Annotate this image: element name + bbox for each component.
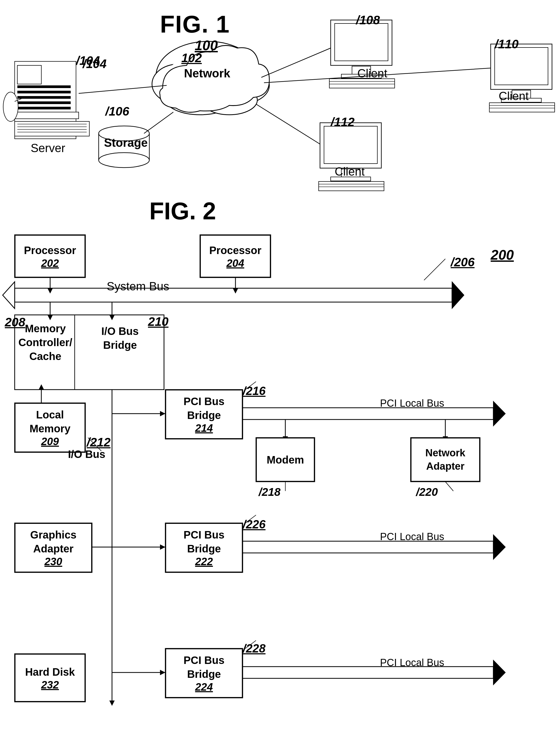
network-adapter-label: NetworkAdapter [425, 447, 465, 473]
svg-rect-6 [17, 107, 71, 109]
processor202-ref: 202 [41, 257, 59, 269]
client112-ref: /112 [331, 115, 355, 129]
svg-rect-7 [15, 112, 79, 119]
system-bus-ref: /206 [451, 255, 475, 269]
server-label: Server [31, 142, 65, 155]
pci-bus216-ref: /216 [243, 384, 265, 398]
svg-marker-75 [109, 701, 115, 706]
svg-point-19 [165, 83, 235, 115]
network-adapter-box: NetworkAdapter [411, 438, 480, 482]
client110-label: Client [499, 89, 529, 103]
modem-label: Modem [267, 453, 304, 467]
network-label: Network [184, 67, 230, 80]
svg-marker-94 [493, 535, 505, 559]
server-ref: /104 [76, 54, 100, 68]
svg-marker-67 [47, 315, 53, 320]
pci-bridge224-label: PCI Bus Bridge [166, 653, 242, 681]
svg-rect-1 [17, 65, 41, 84]
svg-marker-80 [493, 401, 505, 426]
svg-rect-37 [495, 48, 548, 85]
io-bus-ref: /212 [87, 435, 111, 449]
svg-rect-0 [15, 61, 76, 139]
svg-point-26 [99, 153, 149, 168]
svg-rect-2 [17, 85, 71, 88]
client110-ref: /110 [495, 37, 519, 51]
storage-label: Storage [104, 136, 148, 150]
hard-disk-ref: 232 [41, 679, 59, 691]
processor202-box: Processor 202 [15, 235, 85, 278]
pci-bus226-label: PCI Local Bus [380, 531, 444, 543]
memory-controller-ref: 208 [5, 315, 25, 329]
svg-marker-59 [452, 282, 464, 308]
svg-rect-8 [15, 121, 89, 136]
local-memory-ref: 209 [41, 436, 59, 448]
graphics-adapter-ref: 230 [44, 556, 63, 568]
graphics-adapter-box: Graphics Adapter 230 [15, 523, 92, 572]
svg-marker-78 [160, 411, 165, 416]
pci-bridge214-box: PCI Bus Bridge 214 [165, 390, 243, 439]
client108-label: Client [357, 67, 387, 80]
svg-line-52 [261, 48, 331, 77]
pci-bridge222-label: PCI Bus Bridge [166, 528, 242, 556]
processor204-label: Processor [209, 243, 261, 257]
svg-marker-98 [160, 670, 165, 675]
svg-point-24 [176, 83, 235, 109]
network-adapter-ref: /220 [416, 486, 438, 498]
local-memory-label: Local Memory [15, 408, 85, 436]
pci-bridge222-box: PCI Bus Bridge 222 [165, 523, 243, 572]
fig2-ref: 200 [491, 247, 514, 263]
pci-bridge214-label: PCI Bus Bridge [166, 394, 242, 422]
pci-bridge214-ref: 214 [195, 422, 213, 434]
svg-rect-5 [17, 101, 71, 104]
pci-bridge224-box: PCI Bus Bridge 224 [165, 648, 243, 698]
fig2-title: FIG. 2 [149, 197, 216, 225]
svg-rect-30 [335, 23, 388, 61]
memory-controller-label: MemoryController/Cache [17, 321, 73, 363]
system-bus-label: System Bus [107, 280, 169, 293]
pci-bridge222-ref: 222 [195, 556, 213, 568]
svg-marker-92 [160, 544, 165, 550]
storage-ref: /106 [105, 104, 129, 118]
modem-ref: /218 [259, 486, 281, 498]
svg-rect-99 [243, 667, 493, 678]
processor204-box: Processor 204 [200, 235, 271, 278]
pci-bus228-ref: /228 [243, 642, 265, 655]
svg-point-21 [164, 54, 252, 109]
svg-marker-73 [39, 384, 44, 390]
hard-disk-box: Hard Disk 232 [15, 654, 85, 702]
svg-rect-3 [17, 91, 71, 93]
pci-bus228-label: PCI Local Bus [380, 657, 444, 668]
graphics-adapter-label: Graphics Adapter [15, 528, 91, 556]
io-bus-label: I/O Bus [68, 448, 105, 460]
local-memory-box: Local Memory 209 [15, 403, 85, 452]
pci-bus216-label: PCI Local Bus [380, 398, 444, 409]
client112-label: Client [335, 165, 365, 178]
svg-line-14 [15, 99, 21, 101]
hard-disk-label: Hard Disk [25, 665, 75, 679]
svg-line-107 [424, 259, 445, 280]
svg-marker-69 [109, 315, 115, 320]
processor204-ref: 204 [226, 257, 244, 269]
modem-box: Modem [256, 438, 315, 482]
svg-point-13 [3, 92, 18, 121]
svg-rect-4 [17, 96, 71, 99]
svg-rect-93 [243, 541, 493, 553]
io-bus-bridge-ref: 210 [148, 314, 169, 329]
svg-line-54 [256, 104, 320, 144]
svg-rect-79 [243, 408, 493, 420]
client108-ref: /108 [356, 13, 380, 27]
svg-marker-58 [3, 282, 15, 308]
svg-rect-40 [489, 103, 555, 112]
svg-marker-61 [47, 288, 53, 293]
fig1-title: FIG. 1 [160, 11, 230, 38]
svg-line-50 [79, 85, 167, 93]
pci-bridge224-ref: 224 [195, 681, 213, 693]
svg-rect-57 [15, 288, 452, 302]
svg-rect-47 [319, 181, 384, 191]
svg-marker-63 [233, 288, 238, 293]
pci-bus226-ref: /226 [243, 518, 265, 531]
processor202-label: Processor [24, 243, 76, 257]
svg-marker-100 [493, 660, 505, 685]
svg-point-20 [201, 85, 257, 115]
svg-rect-33 [329, 79, 395, 88]
